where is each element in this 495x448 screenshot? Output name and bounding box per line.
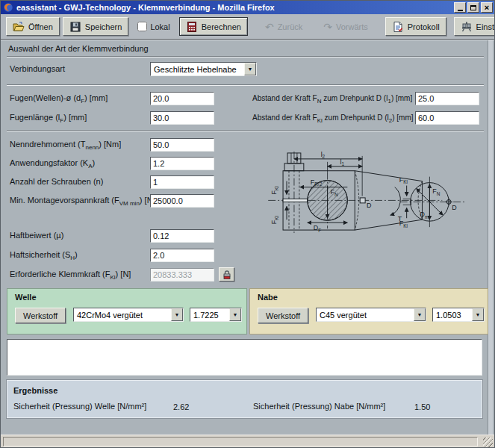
ergebnisse-title: Ergebnisse	[13, 385, 57, 397]
calculator-icon	[186, 21, 198, 33]
anzahl-schrauben-label: Anzahl der Schrauben (n)	[10, 175, 103, 188]
nabe-material-value: C45 vergütet	[317, 311, 414, 320]
minimize-icon	[458, 10, 463, 11]
welle-number-value: 1.7225	[190, 311, 229, 320]
local-checkbox[interactable]	[137, 22, 147, 31]
sicherheit-nabe-label: Sicherheit (Pressung) Nabe [N/mm²]	[253, 400, 385, 413]
welle-number-select[interactable]: 1.7225 ▼	[190, 308, 242, 322]
verbindungsart-label: Verbindungsart	[10, 63, 65, 75]
back-button[interactable]: ↶ Zurück	[258, 17, 309, 36]
maximize-button[interactable]	[467, 2, 479, 13]
protocol-label: Protokoll	[408, 22, 440, 31]
separator	[7, 56, 484, 57]
maximize-icon	[470, 5, 476, 10]
status-field	[3, 437, 478, 447]
pivot-d-right-label: D	[452, 204, 456, 211]
haftbeiwert-label: Haftbeiwert (µ)	[10, 229, 63, 242]
local-label: Lokal	[150, 22, 169, 31]
settings-button[interactable]: Einstellungen	[454, 17, 495, 36]
force-fkl-lower-label: FKl	[270, 216, 278, 224]
abstand-l2-label: Abstand der Kraft FKl zum Drehpunkt D (l…	[252, 111, 414, 127]
save-button[interactable]: Speichern	[63, 17, 129, 36]
calculate-label: Berechnen	[202, 22, 241, 31]
app-window: eassistant - GWJ-Technology - Klemmverbi…	[0, 0, 495, 448]
save-label: Speichern	[85, 22, 122, 31]
force-fkl-upper-label: FKl	[270, 186, 278, 194]
tools-icon	[461, 21, 473, 33]
chevron-down-icon[interactable]: ▼	[472, 308, 484, 321]
welle-werkstoff-button[interactable]: Werkstoff	[15, 308, 66, 323]
document-icon	[392, 21, 404, 33]
titlebar[interactable]: eassistant - GWJ-Technology - Klemmverbi…	[1, 1, 494, 14]
open-button[interactable]: Öffnen	[6, 17, 60, 36]
separator	[7, 84, 484, 86]
lock-icon	[222, 270, 232, 280]
anwendungsfaktor-input[interactable]	[150, 157, 214, 170]
welle-material-value: 42CrMo4 vergütet	[74, 311, 171, 320]
verbindungsart-value: Geschlitzte Hebelnabe	[151, 65, 244, 74]
separator	[7, 130, 484, 131]
force-fr2-label: FR/2	[311, 178, 323, 187]
close-button[interactable]: ×	[481, 2, 493, 13]
dim-l1-label: l1	[340, 158, 344, 167]
dim-l2-label: l2	[321, 151, 326, 159]
firefox-icon	[3, 2, 13, 13]
fugen-durchmesser-input[interactable]	[150, 92, 214, 105]
fugenlaenge-label: Fugenlänge (lF) [mm]	[10, 111, 87, 127]
nabe-title: Nabe	[258, 293, 278, 302]
section-title: Auswahl der Art der Klemmverbindung	[8, 43, 149, 55]
nabe-panel: Nabe Werkstoff C45 vergütet ▼ 1.0503 ▼	[249, 288, 488, 335]
minimize-button[interactable]	[454, 2, 466, 13]
anzahl-schrauben-input[interactable]	[150, 175, 214, 189]
floppy-icon	[69, 21, 81, 33]
toolbar: Öffnen Speichern Lokal	[1, 14, 494, 40]
ergebnisse-panel: Ergebnisse Sicherheit (Pressung) Welle […	[7, 380, 482, 418]
force-fn-right-label: FN	[432, 187, 440, 196]
abstand-l1-label: Abstand der Kraft FN zum Drehpunkt D (l1…	[252, 92, 412, 108]
welle-panel: Welle Werkstoff 42CrMo4 vergütet ▼ 1.722…	[7, 288, 247, 335]
nenndrehmoment-label: Nenndrehmoment (Tnenn) [Nm]	[10, 138, 121, 154]
window-title: eassistant - GWJ-Technology - Klemmverbi…	[16, 3, 452, 12]
folder-open-icon	[13, 21, 25, 33]
settings-label: Einstellungen	[476, 22, 495, 31]
montagevorspannkraft-label: Min. Montagevorspannkraft (FVM min) [N]	[10, 194, 155, 210]
lock-button[interactable]	[219, 267, 234, 281]
welle-title: Welle	[15, 293, 37, 302]
klemmverbindung-diagram: l2 l1 FR/2 FN FKl FKl DF D T FN Dm FKl F…	[264, 147, 491, 236]
nabe-number-select[interactable]: 1.0503 ▼	[432, 308, 485, 322]
back-label: Zurück	[278, 22, 303, 31]
fugenlaenge-input[interactable]	[150, 111, 214, 125]
nabe-werkstoff-button[interactable]: Werkstoff	[258, 308, 308, 323]
chevron-down-icon[interactable]: ▼	[229, 308, 241, 321]
content-right-edge	[488, 40, 493, 435]
calculate-button[interactable]: Berechnen	[179, 17, 248, 36]
content-area: Auswahl der Art der Klemmverbindung Verb…	[1, 40, 494, 435]
welle-material-select[interactable]: 42CrMo4 vergütet ▼	[73, 308, 184, 322]
nabe-number-value: 1.0503	[433, 311, 472, 320]
chevron-down-icon[interactable]: ▼	[244, 63, 256, 75]
forward-label: Vorwärts	[336, 22, 368, 31]
open-label: Öffnen	[28, 22, 53, 31]
redo-arrow-icon: ↷	[323, 22, 332, 32]
forward-button[interactable]: ↷ Vorwärts	[317, 17, 375, 36]
message-area[interactable]	[7, 339, 482, 376]
dim-dm-label: Dm	[420, 211, 429, 219]
nenndrehmoment-input[interactable]	[150, 138, 214, 152]
nabe-material-select[interactable]: C45 vergütet ▼	[316, 308, 426, 322]
haftsicherheit-input[interactable]	[150, 249, 214, 262]
dim-df-label: DF	[314, 224, 321, 232]
verbindungsart-select[interactable]: Geschlitzte Hebelnabe ▼	[150, 62, 257, 76]
chevron-down-icon[interactable]: ▼	[414, 308, 426, 321]
montagevorspannkraft-input[interactable]	[150, 194, 214, 208]
statusbar	[1, 435, 494, 448]
abstand-l2-input[interactable]	[415, 111, 479, 125]
protocol-button[interactable]: Protokoll	[385, 17, 446, 36]
abstand-l1-input[interactable]	[415, 92, 479, 105]
sicherheit-welle-label: Sicherheit (Pressung) Welle [N/mm²]	[13, 400, 146, 413]
close-icon: ×	[485, 4, 489, 11]
fugen-durchmesser-label: Fugen(Wellen)-ø (dF) [mm]	[10, 92, 108, 108]
chevron-down-icon[interactable]: ▼	[171, 308, 183, 321]
anwendungsfaktor-label: Anwendungsfaktor (KA)	[10, 157, 95, 172]
resize-grip[interactable]	[483, 438, 493, 447]
haftbeiwert-input[interactable]	[150, 229, 214, 243]
